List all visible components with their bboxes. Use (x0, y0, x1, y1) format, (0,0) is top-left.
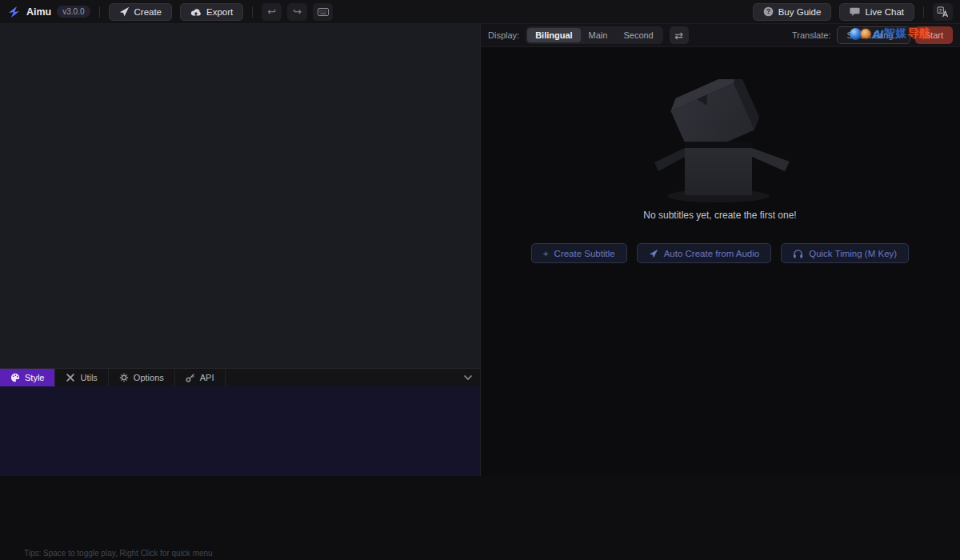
svg-text:?: ? (766, 7, 770, 15)
empty-box-illustration (640, 79, 800, 203)
timeline-area[interactable]: Tips: Space to toggle play, Right Click … (0, 476, 960, 560)
language-switch-button[interactable] (933, 3, 953, 21)
timeline-tip: Tips: Space to toggle play, Right Click … (24, 549, 213, 558)
live-chat-button[interactable]: Live Chat (839, 3, 914, 21)
swap-icon: ⇄ (674, 30, 683, 42)
chevron-down-icon (463, 374, 473, 381)
display-mode-main[interactable]: Main (581, 28, 616, 42)
redo-button[interactable]: ↪ (287, 3, 307, 21)
gear-icon (119, 373, 129, 382)
video-preview-panel[interactable] (0, 24, 480, 368)
top-toolbar: Aimu v3.0.0 Create Export ↩ ↪ (0, 0, 960, 24)
key-icon (186, 373, 195, 382)
select-language-dropdown[interactable]: Select Lang... (837, 26, 910, 44)
tools-tabbar: Style Utils Options API (0, 368, 480, 386)
style-panel-content (0, 386, 480, 476)
tools-icon (66, 373, 75, 382)
keyboard-icon (318, 8, 329, 16)
redo-icon: ↪ (293, 6, 302, 18)
question-circle-icon: ? (763, 6, 774, 17)
shortcuts-button[interactable] (313, 3, 333, 21)
version-badge: v3.0.0 (57, 6, 90, 18)
palette-icon (10, 373, 20, 382)
display-mode-switcher: Bilingual Main Second (526, 26, 663, 44)
export-button[interactable]: Export (180, 3, 243, 21)
buy-guide-button[interactable]: ? Buy Guide (753, 3, 832, 21)
display-label: Display: (488, 30, 519, 40)
tab-options[interactable]: Options (109, 369, 175, 386)
rocket-icon (119, 6, 130, 17)
subtitle-panel: Display: Bilingual Main Second ⇄ Transla… (480, 24, 960, 476)
empty-state: No subtitles yet, create the first one! … (481, 47, 959, 476)
swap-languages-button[interactable]: ⇄ (670, 26, 689, 44)
app-title: Aimu (26, 6, 51, 18)
start-translate-button[interactable]: Start (915, 26, 953, 44)
headphones-icon (793, 249, 803, 258)
tab-style[interactable]: Style (0, 369, 55, 386)
translate-icon (937, 6, 949, 18)
translate-label: Translate: (792, 30, 831, 40)
collapse-panel-button[interactable] (456, 374, 480, 381)
create-button[interactable]: Create (109, 3, 173, 21)
plus-icon: + (543, 249, 549, 258)
send-icon (649, 249, 658, 258)
undo-button[interactable]: ↩ (262, 3, 282, 21)
display-mode-second[interactable]: Second (615, 28, 661, 42)
divider (99, 6, 100, 18)
cloud-upload-icon (190, 7, 202, 17)
app-brand: Aimu v3.0.0 (7, 5, 90, 18)
auto-create-from-audio-button[interactable]: Auto Create from Audio (637, 243, 772, 263)
empty-state-actions: + Create Subtitle Auto Create from Audio (531, 243, 909, 263)
subtitle-panel-header: Display: Bilingual Main Second ⇄ Transla… (481, 24, 960, 47)
empty-state-message: No subtitles yet, create the first one! (643, 210, 796, 221)
tab-utils[interactable]: Utils (55, 369, 108, 386)
undo-icon: ↩ (267, 6, 276, 18)
create-subtitle-button[interactable]: + Create Subtitle (531, 243, 627, 263)
quick-timing-button[interactable]: Quick Timing (M Key) (781, 243, 909, 263)
tab-api[interactable]: API (175, 369, 226, 386)
app-logo-icon (7, 5, 21, 18)
divider (252, 6, 253, 18)
divider (923, 6, 924, 18)
chat-bubble-icon (850, 6, 860, 17)
display-mode-bilingual[interactable]: Bilingual (527, 28, 580, 42)
